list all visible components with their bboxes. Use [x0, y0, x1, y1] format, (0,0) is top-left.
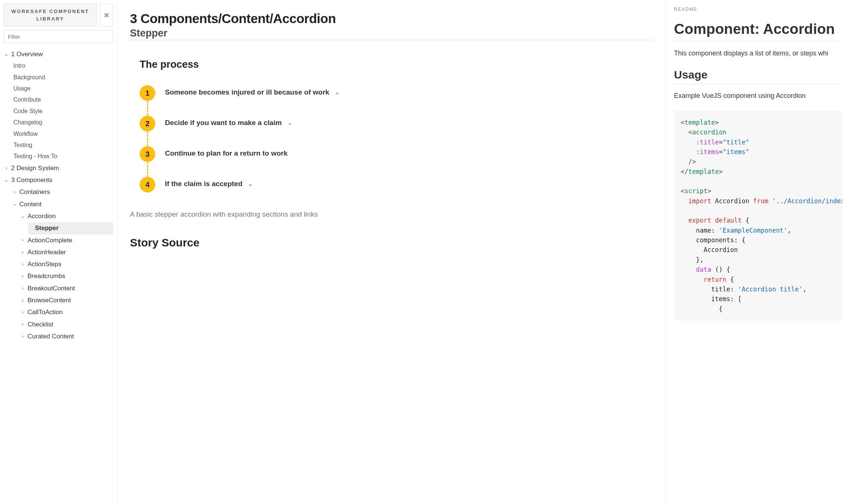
code-block[interactable]: <template> <accordion :title="title" :it…	[674, 111, 842, 320]
step-label: Decide if you want to make a claim	[165, 119, 282, 127]
step-label: If the claim is accepted	[165, 180, 242, 188]
tree-item-breadcrumbs[interactable]: ›Breadcrumbs	[20, 270, 113, 282]
chevron-right-icon: ›	[12, 188, 17, 197]
tree-item-workflow[interactable]: Workflow	[12, 128, 113, 140]
tree-toggle-designsystem[interactable]: › 2 Design System	[4, 162, 113, 174]
tree-toggle-overview[interactable]: ⌄ 1 Overview	[4, 48, 113, 60]
step-4[interactable]: 4 If the claim is accepted ⌄	[140, 177, 654, 192]
chevron-right-icon: ›	[20, 308, 25, 317]
chevron-right-icon: ›	[4, 164, 9, 173]
chevron-right-icon: ›	[20, 296, 25, 305]
chevron-right-icon: ›	[20, 236, 25, 245]
tree-label: Accordion	[28, 210, 56, 222]
tree-item-calltoaction[interactable]: ›CallToAction	[20, 306, 113, 318]
tree-item-containers: › Containers	[12, 186, 113, 198]
brand-title: WORKSAFE COMPONENT LIBRARY	[4, 4, 97, 26]
chevron-right-icon: ›	[20, 284, 25, 293]
page-subtitle: Stepper	[130, 28, 654, 40]
step-badge: 2	[140, 116, 155, 131]
tree-section-components: ⌄ 3 Components › Containers ⌄ Content	[4, 174, 113, 342]
tree-toggle-accordion[interactable]: ⌄ Accordion	[20, 210, 113, 222]
tree-label: 3 Components	[11, 174, 53, 186]
tree-label: Checklist	[28, 319, 53, 331]
chevron-right-icon: ›	[20, 272, 25, 281]
chevron-right-icon: ›	[20, 248, 25, 257]
chevron-down-icon: ⌄	[4, 176, 9, 185]
step-badge: 3	[140, 146, 155, 162]
page-title: 3 Components/Content/Accordion	[130, 11, 654, 26]
story-caption: A basic stepper accordion with expanding…	[130, 210, 654, 218]
filter-input[interactable]	[4, 30, 113, 43]
tree-item-actionheader[interactable]: ›ActionHeader	[20, 246, 113, 258]
readme-panel: README Component: Accordion This compone…	[667, 0, 849, 504]
tree-item-breakoutcontent[interactable]: ›BreakoutContent	[20, 283, 113, 294]
tree-label: 2 Design System	[11, 162, 59, 174]
tree-section-overview: ⌄ 1 Overview Intro Background Usage Cont…	[4, 48, 113, 162]
readme-label: README	[674, 7, 842, 12]
tree-label: ActionHeader	[28, 246, 66, 258]
tree-item-actionsteps[interactable]: ›ActionSteps	[20, 258, 113, 270]
readme-h1: Component: Accordion	[674, 21, 842, 41]
tree-label: Curated Content	[28, 331, 74, 342]
tree-label: CallToAction	[28, 306, 63, 318]
tree-label: Containers	[19, 186, 50, 198]
tree-label: BreakoutContent	[28, 283, 75, 294]
nav-tree: ⌄ 1 Overview Intro Background Usage Cont…	[4, 48, 113, 342]
tree-item-content: ⌄ Content ⌄ Accordion Stepper	[12, 198, 113, 343]
step-label: Continue to plan for a return to work	[165, 149, 287, 157]
chevron-down-icon: ⌄	[335, 90, 339, 95]
shortcut-button[interactable]: ⌘	[100, 4, 113, 26]
tree-item-accordion: ⌄ Accordion Stepper	[20, 210, 113, 235]
step-2[interactable]: 2 Decide if you want to make a claim ⌄	[140, 116, 654, 146]
tree-item-stepper[interactable]: Stepper	[28, 222, 113, 234]
chevron-right-icon: ›	[20, 332, 25, 341]
tree-toggle-content[interactable]: ⌄ Content	[12, 198, 113, 210]
tree-item-usage[interactable]: Usage	[12, 83, 113, 94]
story-source-heading: Story Source	[130, 236, 654, 249]
readme-intro: This component displays a list of items,…	[674, 50, 842, 57]
tree-item-actioncomplete[interactable]: ›ActionComplete	[20, 235, 113, 246]
tree-section-designsystem: › 2 Design System	[4, 162, 113, 174]
tree-item-testing[interactable]: Testing	[12, 140, 113, 151]
chevron-down-icon: ⌄	[288, 120, 292, 126]
process-heading: The process	[140, 59, 654, 70]
step-badge: 1	[140, 85, 155, 101]
step-badge: 4	[140, 177, 155, 192]
tree-item-browsecontent[interactable]: ›BrowseContent	[20, 294, 113, 306]
tree-label: 1 Overview	[11, 48, 43, 60]
tree-toggle-containers[interactable]: › Containers	[12, 186, 113, 198]
tree-item-curatedcontent[interactable]: ›Curated Content	[20, 331, 113, 342]
tree-item-background[interactable]: Background	[12, 72, 113, 83]
tree-label: Breadcrumbs	[28, 270, 65, 282]
chevron-right-icon: ›	[20, 260, 25, 269]
tree-item-testing-howto[interactable]: Testing - How To	[12, 151, 113, 162]
step-3[interactable]: 3 Continue to plan for a return to work	[140, 146, 654, 177]
readme-usage-intro: Example VueJS component using Accordion	[674, 92, 842, 100]
tree-label: Stepper	[35, 222, 58, 234]
main-canvas: 3 Components/Content/Accordion Stepper T…	[117, 0, 666, 504]
tree-toggle-components[interactable]: ⌄ 3 Components	[4, 174, 113, 186]
readme-h2: Usage	[674, 68, 842, 84]
tree-label: ActionComplete	[28, 235, 72, 246]
chevron-down-icon: ⌄	[12, 200, 17, 208]
tree-item-contribute[interactable]: Contribute	[12, 94, 113, 105]
chevron-down-icon: ⌄	[20, 212, 25, 221]
stepper: 1 Someone becomes injured or ill because…	[140, 85, 654, 192]
tree-label: Content	[19, 198, 42, 210]
tree-item-codestyle[interactable]: Code Style	[12, 106, 113, 117]
sidebar: WORKSAFE COMPONENT LIBRARY ⌘ ⌄ 1 Overvie…	[0, 0, 117, 504]
step-1[interactable]: 1 Someone becomes injured or ill because…	[140, 85, 654, 116]
tree-label: BrowseContent	[28, 294, 71, 306]
chevron-down-icon: ⌄	[248, 181, 252, 187]
chevron-down-icon: ⌄	[4, 50, 9, 59]
tree-item-intro[interactable]: Intro	[12, 60, 113, 71]
tree-item-changelog[interactable]: Changelog	[12, 117, 113, 128]
tree-label: ActionSteps	[28, 258, 61, 270]
tree-item-checklist[interactable]: ›Checklist	[20, 319, 113, 331]
chevron-right-icon: ›	[20, 320, 25, 329]
step-label: Someone becomes injured or ill because o…	[165, 88, 329, 96]
